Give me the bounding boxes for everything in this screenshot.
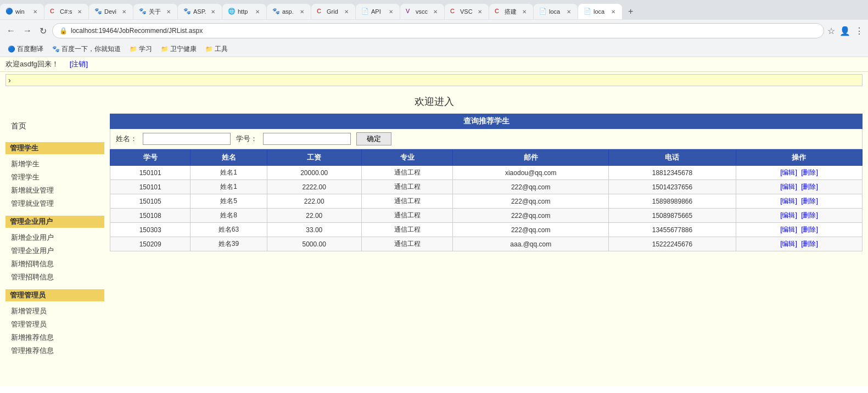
delete-link-4[interactable]: [删除]	[801, 226, 818, 233]
tab-5[interactable]: 🐾 ASP. ✕	[178, 4, 222, 19]
tab-4[interactable]: 🐾 关于 ✕	[133, 4, 177, 19]
cell-phone-1: 15014237656	[609, 180, 736, 194]
bookmark-star-icon[interactable]: ☆	[827, 26, 835, 36]
tab-label-6: http	[238, 8, 254, 15]
tab-8[interactable]: C Grid ✕	[311, 4, 355, 19]
nav-bar: ← → ↻ 🔒 localhost:19464/JobRecommend/JRL…	[0, 20, 868, 42]
profile-icon[interactable]: 👤	[839, 26, 850, 36]
logout-link[interactable]: [注销]	[70, 59, 88, 69]
cell-action-3: [编辑] [删除]	[736, 209, 862, 223]
tab-icon-13: 📄	[539, 8, 547, 15]
bookmark-weining[interactable]: 📁 卫宁健康	[158, 43, 200, 55]
bookmark-study[interactable]: 📁 学习	[126, 43, 155, 55]
tab-13[interactable]: 📄 loca ✕	[534, 4, 578, 19]
cell-email-2: 222@qq.com	[453, 194, 609, 209]
tab-close-14[interactable]: ✕	[610, 9, 617, 15]
sidebar-link-manage-enterprise[interactable]: 管理企业用户	[5, 244, 104, 257]
tab-icon-7: 🐾	[272, 8, 280, 15]
sidebar-link-manage-student[interactable]: 管理学生	[5, 171, 104, 184]
sidebar-link-add-recommend[interactable]: 新增推荐信息	[5, 331, 104, 344]
col-header-action: 操作	[736, 150, 862, 166]
search-button[interactable]: 确定	[356, 132, 391, 145]
sidebar-link-add-enterprise[interactable]: 新增企业用户	[5, 231, 104, 244]
tab-7[interactable]: 🐾 asp. ✕	[267, 4, 311, 19]
delete-link-5[interactable]: [删除]	[801, 240, 818, 248]
cell-salary-2: 222.00	[267, 194, 361, 209]
tab-close-6[interactable]: ✕	[254, 9, 261, 15]
tab-10[interactable]: V vscc ✕	[400, 4, 444, 19]
cell-id-5: 150209	[110, 237, 191, 251]
tab-close-4[interactable]: ✕	[165, 9, 172, 15]
page-title: 欢迎进入	[0, 88, 868, 114]
tab-close-12[interactable]: ✕	[521, 9, 528, 15]
cell-major-2: 通信工程	[361, 194, 453, 209]
slider-bar[interactable]: ›	[5, 74, 863, 86]
bookmark-tools[interactable]: 📁 工具	[202, 43, 231, 55]
menu-icon[interactable]: ⋮	[855, 26, 864, 36]
sidebar-link-manage-employment[interactable]: 管理就业管理	[5, 197, 104, 210]
sidebar-link-add-admin[interactable]: 新增管理员	[5, 305, 104, 318]
bookmark-baidu-translate[interactable]: 🔵 百度翻译	[4, 43, 47, 55]
tab-close-10[interactable]: ✕	[432, 9, 439, 15]
tab-close-9[interactable]: ✕	[388, 9, 394, 15]
tab-close-1[interactable]: ✕	[32, 9, 38, 15]
tab-2[interactable]: C C#:s ✕	[44, 4, 88, 19]
tab-close-11[interactable]: ✕	[477, 9, 483, 15]
edit-link-1[interactable]: [编辑]	[780, 183, 797, 190]
tab-9[interactable]: 📄 API ✕	[356, 4, 400, 19]
delete-link-2[interactable]: [删除]	[801, 197, 818, 205]
tab-close-2[interactable]: ✕	[76, 9, 83, 15]
sidebar-home-link[interactable]: 首页	[5, 119, 104, 137]
back-button[interactable]: ←	[4, 24, 18, 38]
edit-link-4[interactable]: [编辑]	[780, 226, 797, 233]
name-input[interactable]	[143, 133, 231, 145]
sidebar-link-add-student[interactable]: 新增学生	[5, 158, 104, 171]
table-body: 150101 姓名1 20000.00 通信工程 xiaodou@qq.com …	[110, 166, 863, 251]
tab-6[interactable]: 🌐 http ✕	[222, 4, 266, 19]
new-tab-button[interactable]: +	[623, 7, 639, 16]
bookmark-baidu-search[interactable]: 🐾 百度一下，你就知道	[49, 43, 124, 55]
tab-14[interactable]: 📄 loca ✕	[578, 4, 622, 19]
tab-1[interactable]: 🔵 win ✕	[0, 4, 44, 19]
col-header-email: 邮件	[453, 150, 609, 166]
sidebar-link-add-employment[interactable]: 新增就业管理	[5, 184, 104, 197]
tab-close-8[interactable]: ✕	[343, 9, 350, 15]
bookmark-icon-3: 📁	[130, 46, 137, 53]
address-bar[interactable]: 🔒 localhost:19464/JobRecommend/JRList.as…	[52, 23, 824, 38]
tab-icon-6: 🌐	[228, 8, 236, 15]
tab-icon-4: 🐾	[139, 8, 147, 15]
cell-salary-1: 2222.00	[267, 180, 361, 194]
sidebar-link-add-recruit[interactable]: 新增招聘信息	[5, 257, 104, 271]
edit-link-5[interactable]: [编辑]	[780, 240, 797, 248]
tab-close-5[interactable]: ✕	[210, 9, 216, 15]
edit-link-0[interactable]: [编辑]	[780, 169, 797, 176]
tab-label-7: asp.	[282, 8, 299, 15]
sidebar-link-manage-admin[interactable]: 管理管理员	[5, 318, 104, 331]
cell-name-2: 姓名5	[191, 194, 267, 209]
cell-id-1: 150101	[110, 180, 191, 194]
tab-11[interactable]: C VSC ✕	[445, 4, 489, 19]
forward-button[interactable]: →	[21, 24, 34, 38]
table-header-row: 学号 姓名 工资 专业 邮件 电话 操作	[110, 150, 863, 166]
edit-link-3[interactable]: [编辑]	[780, 211, 797, 219]
tab-3[interactable]: 🐾 Devi ✕	[89, 4, 133, 19]
delete-link-3[interactable]: [删除]	[801, 211, 818, 219]
table-row: 150209 姓名39 5000.00 通信工程 aaa.@qq.com 152…	[110, 237, 863, 251]
data-table: 学号 姓名 工资 专业 邮件 电话 操作 150101 姓名1 20000.00…	[110, 149, 863, 251]
table-row: 150101 姓名1 2222.00 通信工程 222@qq.com 15014…	[110, 180, 863, 194]
cell-salary-4: 33.00	[267, 223, 361, 237]
sidebar-link-manage-recommend[interactable]: 管理推荐信息	[5, 344, 104, 357]
cell-id-3: 150108	[110, 209, 191, 223]
edit-link-2[interactable]: [编辑]	[780, 197, 797, 205]
tab-close-3[interactable]: ✕	[121, 9, 127, 15]
delete-link-1[interactable]: [删除]	[801, 183, 818, 190]
tab-icon-3: 🐾	[94, 8, 102, 15]
id-input[interactable]	[263, 133, 351, 145]
sidebar-link-manage-recruit[interactable]: 管理招聘信息	[5, 271, 104, 284]
refresh-button[interactable]: ↻	[37, 24, 49, 38]
cell-name-3: 姓名8	[191, 209, 267, 223]
tab-close-13[interactable]: ✕	[565, 9, 572, 15]
tab-close-7[interactable]: ✕	[299, 9, 305, 15]
tab-12[interactable]: C 搭建 ✕	[489, 4, 533, 19]
delete-link-0[interactable]: [删除]	[801, 169, 818, 176]
